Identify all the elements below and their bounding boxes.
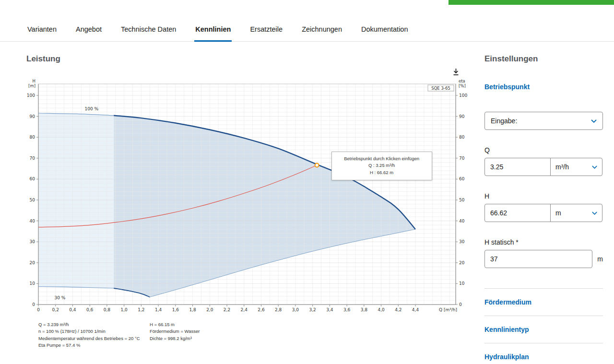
h-unit-value: m [555, 209, 561, 217]
svg-text:4,4: 4,4 [412, 307, 419, 312]
tab-label: Angebot [76, 25, 102, 33]
svg-text:3,0: 3,0 [292, 307, 299, 312]
svg-text:3,6: 3,6 [343, 307, 351, 312]
svg-text:30: 30 [30, 239, 35, 244]
chevron-down-icon [592, 165, 597, 169]
footnotes-right: H = 66.15 mFördermedium = WasserDichte =… [150, 321, 200, 349]
svg-text:[%]: [%] [459, 83, 466, 88]
tab-technische-daten[interactable]: Technische Daten [120, 19, 177, 42]
h-static-label: H statisch * [484, 238, 603, 246]
svg-text:60: 60 [459, 176, 465, 181]
q-input[interactable] [484, 158, 551, 176]
svg-text:1,0: 1,0 [120, 307, 128, 312]
svg-text:70: 70 [459, 156, 465, 161]
duty-range-fill [114, 116, 415, 297]
svg-text:80: 80 [30, 135, 35, 140]
svg-text:80: 80 [459, 135, 465, 140]
betriebspunkt-heading[interactable]: Betriebspunkt [484, 83, 603, 91]
footnote: Medientemperatur während des Betriebes =… [38, 335, 150, 342]
footnote: Q = 3.239 m³/h [38, 321, 150, 328]
tab-ersatzteile[interactable]: Ersatzteile [249, 19, 283, 42]
h-static-field-row: m [484, 250, 603, 268]
performance-chart[interactable]: 0102030405060708090100010203040506070809… [26, 78, 475, 320]
svg-text:0: 0 [32, 302, 35, 307]
svg-text:3,8: 3,8 [361, 307, 368, 312]
svg-text:70: 70 [30, 156, 35, 161]
tab-angebot[interactable]: Angebot [75, 19, 103, 42]
svg-text:40: 40 [459, 219, 465, 223]
performance-chart-svg[interactable]: 0102030405060708090100010203040506070809… [26, 78, 475, 320]
tab-label: Zeichnungen [302, 25, 342, 33]
tab-kennlinien[interactable]: Kennlinien [194, 19, 232, 42]
tab-label: Varianten [27, 25, 57, 33]
svg-text:20: 20 [459, 260, 465, 265]
tab-label: Dokumentation [361, 25, 408, 33]
svg-text:60: 60 [30, 176, 35, 181]
svg-text:50: 50 [459, 198, 465, 202]
tab-varianten[interactable]: Varianten [26, 19, 58, 42]
svg-text:SQE 3-65: SQE 3-65 [431, 86, 450, 91]
footnotes-left: Q = 3.239 m³/hn = 100 % (178Hz) / 10700 … [38, 321, 150, 349]
sidebar-accordion-fordermedium[interactable]: Fördermedium [484, 289, 603, 316]
svg-text:1,6: 1,6 [172, 307, 179, 312]
svg-text:50: 50 [30, 198, 35, 202]
svg-text:100: 100 [27, 93, 35, 98]
footnote: Eta Pumpe = 57.4 % [38, 342, 150, 349]
svg-text:30: 30 [459, 239, 465, 244]
sidebar-accordion-kennlinientyp[interactable]: Kennlinientyp [484, 316, 603, 343]
svg-text:0,6: 0,6 [86, 307, 94, 312]
svg-text:Q [m³/h]: Q [m³/h] [439, 307, 457, 312]
footnote: H = 66.15 m [150, 321, 200, 328]
operating-point-marker[interactable] [315, 164, 319, 167]
svg-text:eta: eta [459, 79, 465, 83]
chart-footnotes: Q = 3.239 m³/hn = 100 % (178Hz) / 10700 … [26, 321, 475, 349]
duty-range-fill-light [38, 113, 114, 288]
footnote: n = 100 % (178Hz) / 10700 1/min [38, 328, 150, 335]
tab-label: Technische Daten [121, 25, 176, 33]
svg-text:0,2: 0,2 [52, 307, 59, 312]
tab-label: Kennlinien [195, 25, 231, 33]
chevron-down-icon [592, 211, 597, 215]
svg-text:3,2: 3,2 [309, 307, 316, 312]
tab-label: Ersatzteile [250, 25, 283, 33]
svg-text:3,4: 3,4 [326, 307, 333, 312]
input-mode-select[interactable]: Eingabe: [484, 112, 603, 130]
settings-sidebar: Einstellungen Betriebspunkt Eingabe: Q m… [484, 42, 603, 364]
h-static-unit: m [597, 255, 603, 263]
q-unit-value: m³/h [555, 163, 569, 171]
h-label: H [484, 192, 603, 200]
tab-dokumentation[interactable]: Dokumentation [360, 19, 409, 42]
h-unit-select[interactable]: m [550, 204, 602, 222]
sidebar-title: Einstellungen [484, 54, 603, 64]
page-content: Leistung 0102030405060708090100010203040… [0, 42, 614, 364]
h-static-input[interactable] [484, 250, 592, 268]
svg-text:2,0: 2,0 [206, 307, 213, 312]
q-unit-select[interactable]: m³/h [550, 158, 602, 176]
svg-text:1,4: 1,4 [155, 307, 162, 312]
svg-text:0,8: 0,8 [104, 307, 111, 312]
svg-text:90: 90 [459, 114, 465, 119]
svg-text:0,4: 0,4 [69, 307, 76, 312]
q-field-row: m³/h [484, 158, 603, 176]
svg-text:2,8: 2,8 [275, 307, 282, 312]
download-icon [452, 68, 460, 76]
svg-text:40: 40 [30, 219, 35, 223]
download-button[interactable] [452, 67, 460, 77]
svg-text:1,8: 1,8 [189, 307, 196, 312]
svg-text:90: 90 [30, 114, 35, 119]
svg-text:100: 100 [459, 93, 467, 98]
tab-bar: VariantenAngebotTechnische DatenKennlini… [0, 19, 614, 42]
svg-text:H: H [33, 79, 35, 83]
input-mode-value: Eingabe: [491, 117, 517, 125]
svg-text:[m]: [m] [28, 83, 35, 88]
sidebar-accordion-hydraulikplan[interactable]: Hydraulikplan [484, 343, 603, 364]
svg-text:4,2: 4,2 [395, 307, 401, 312]
h-input[interactable] [484, 204, 551, 222]
svg-text:1,2: 1,2 [138, 307, 144, 312]
footnote: Fördermedium = Wasser [150, 328, 200, 335]
svg-text:2,4: 2,4 [241, 307, 248, 312]
svg-text:10: 10 [459, 281, 465, 286]
chevron-down-icon [591, 119, 597, 123]
tab-zeichnungen[interactable]: Zeichnungen [301, 19, 343, 42]
svg-text:20: 20 [30, 260, 35, 265]
